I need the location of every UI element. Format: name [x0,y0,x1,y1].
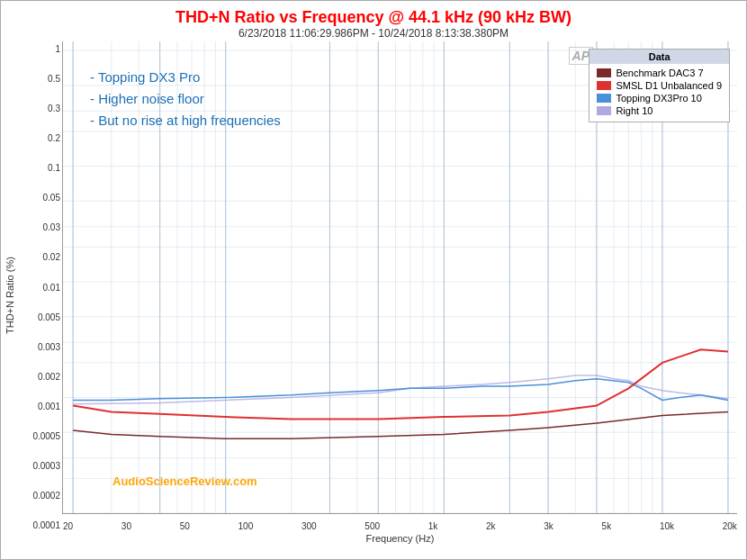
legend: Data Benchmark DAC3 7SMSL D1 Unbalanced … [589,49,730,122]
annotation-line2: - Higher noise floor [90,88,281,110]
y-tick: 0.001 [38,402,60,411]
x-axis-label: Frequency (Hz) [63,533,737,544]
x-tick: 10k [660,521,674,531]
watermark: AudioScienceReview.com [112,474,257,488]
x-tick: 50 [180,521,190,531]
legend-item: Benchmark DAC3 7 [597,68,722,78]
x-tick: 30 [122,521,131,531]
y-tick: 0.005 [38,313,60,322]
legend-color-swatch [597,106,611,115]
legend-item: SMSL D1 Unbalanced 9 [597,80,722,91]
legend-items: Benchmark DAC3 7SMSL D1 Unbalanced 9Topp… [597,68,722,116]
y-axis-label: THD+N Ratio (%) [1,41,19,550]
chart-body: THD+N Ratio (%) 10.50.30.20.10.050.030.0… [1,41,746,550]
y-tick: 0.003 [38,343,60,352]
legend-color-swatch [597,81,611,90]
x-tick: 300 [302,521,317,531]
legend-color-swatch [597,68,611,77]
legend-item: Right 10 [597,105,722,116]
y-tick: 1 [55,45,60,54]
x-tick: 5k [602,521,612,531]
chart-subtitle: 6/23/2018 11:06:29.986PM - 10/24/2018 8:… [1,27,746,40]
x-tick: 20 [63,521,73,531]
y-tick: 0.05 [43,194,60,203]
chart-title: THD+N Ratio vs Frequency @ 44.1 kHz (90 … [1,1,746,27]
y-tick: 0.02 [43,253,60,262]
x-tick: 1k [428,521,438,531]
x-tick: 3k [544,521,554,531]
y-tick: 0.002 [38,373,60,382]
y-tick: 0.0005 [32,432,60,441]
x-tick: 100 [238,521,254,531]
legend-item: Topping DX3Pro 10 [597,93,722,104]
x-tick: 2k [486,521,496,531]
legend-item-label: Topping DX3Pro 10 [616,93,701,104]
legend-title: Data [590,50,729,64]
legend-color-swatch [597,94,611,103]
y-tick: 0.0002 [32,492,60,501]
y-tick: 0.3 [48,104,60,113]
legend-item-label: Benchmark DAC3 7 [616,68,703,78]
y-tick: 0.1 [48,164,60,173]
legend-item-label: Right 10 [616,105,652,116]
annotation-line1: - Topping DX3 Pro [90,67,281,88]
y-tick: 0.01 [43,284,60,293]
chart-plot-area: - Topping DX3 Pro - Higher noise floor -… [62,41,737,514]
y-axis-ticks: 10.50.30.20.10.050.030.020.010.0050.0030… [19,41,62,550]
legend-item-label: SMSL D1 Unbalanced 9 [616,80,722,91]
x-axis-ticks: 2030501003005001k2k3k5k10k20k [63,521,737,531]
annotation-line3: - But no rise at high frequencies [90,110,281,131]
chart-container: THD+N Ratio vs Frequency @ 44.1 kHz (90 … [0,0,747,560]
y-tick: 0.2 [48,134,60,143]
y-tick: 0.0003 [32,462,60,471]
annotation-text: - Topping DX3 Pro - Higher noise floor -… [90,67,281,131]
y-tick: 0.03 [43,223,60,232]
y-tick: 0.0001 [32,521,60,530]
x-tick: 20k [723,521,737,531]
y-tick: 0.5 [48,75,60,84]
x-tick: 500 [364,521,380,531]
